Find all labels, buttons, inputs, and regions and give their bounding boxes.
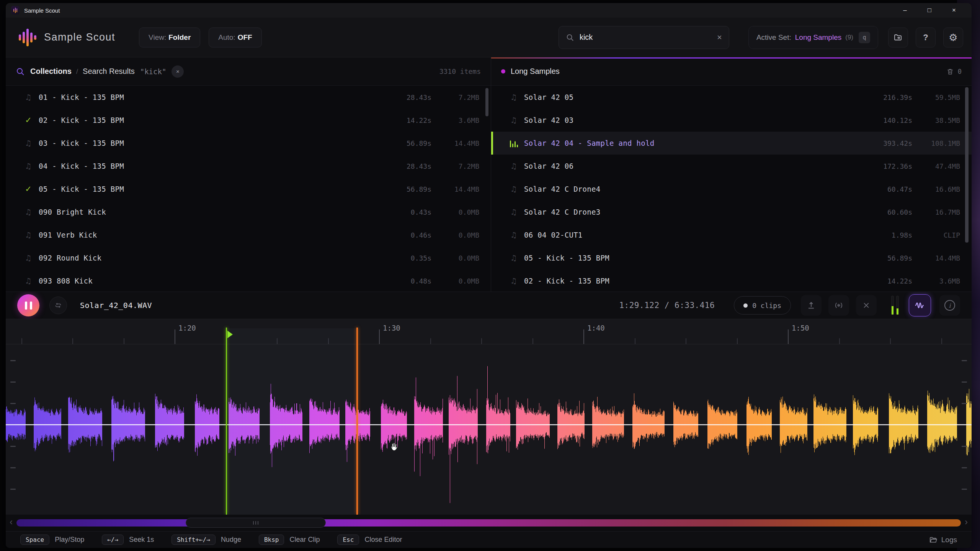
- sample-duration: 216.39s: [861, 93, 912, 101]
- list-item[interactable]: ✓05 - Kick - 135 BPM56.89s14.4MB: [6, 178, 491, 201]
- sample-duration: 56.89s: [380, 139, 431, 147]
- sample-name: 02 - Kick - 135 BPM: [39, 116, 380, 124]
- ruler-minor-tick: [890, 338, 891, 344]
- collections-panel-header: Collections / Search Results "kick" × 33…: [6, 57, 491, 86]
- music-note-icon: ♫: [508, 116, 519, 125]
- sample-duration: 28.43s: [380, 93, 431, 101]
- info-icon: i: [944, 300, 955, 311]
- scroll-right-chevron-icon[interactable]: ›: [962, 517, 971, 527]
- list-item[interactable]: ♫093 808 Kick0.48s0.0MB: [6, 269, 491, 292]
- broadcast-button[interactable]: [828, 295, 849, 316]
- collections-panel: Collections / Search Results "kick" × 33…: [6, 57, 491, 292]
- loop-button[interactable]: [49, 297, 67, 314]
- list-item[interactable]: ✓02 - Kick - 135 BPM14.22s3.6MB: [6, 109, 491, 132]
- search-box[interactable]: ×: [559, 26, 729, 49]
- right-scrollbar-thumb[interactable]: [965, 87, 969, 243]
- left-scrollbar-thumb[interactable]: [485, 88, 488, 116]
- timeline-ruler[interactable]: 1:201:301:401:50: [6, 319, 972, 344]
- list-item[interactable]: ♫02 - Kick - 135 BPM14.22s3.6MB: [491, 269, 972, 292]
- waveform-editor[interactable]: 1:201:301:401:50: [6, 319, 972, 515]
- sample-name: 091 Verb Kick: [39, 231, 380, 239]
- list-item[interactable]: ♫090 Bright Kick0.43s0.0MB: [6, 201, 491, 223]
- clear-search-button[interactable]: ×: [172, 65, 184, 78]
- maximize-button[interactable]: □: [917, 3, 942, 18]
- list-item[interactable]: ♫04 - Kick - 135 BPM28.43s7.2MB: [6, 155, 491, 178]
- music-note-icon: ♫: [508, 276, 519, 285]
- list-item[interactable]: ♫Solar_42_C_Drone360.60s16.7MB: [491, 201, 972, 223]
- app-logo-icon: [11, 6, 20, 15]
- search-results-list: ♫01 - Kick - 135 BPM28.43s7.2MB✓02 - Kic…: [6, 86, 491, 292]
- sample-size: CLIP: [912, 231, 960, 239]
- close-player-button[interactable]: [856, 295, 877, 316]
- sample-name: Solar_42_04 - Sample and hold: [524, 139, 861, 147]
- sample-size: 0.0MB: [431, 277, 479, 285]
- export-folder-button[interactable]: [888, 28, 908, 47]
- active-set-selector[interactable]: Active Set: Long Samples (9) q: [748, 26, 878, 49]
- list-item[interactable]: ♫01 - Kick - 135 BPM28.43s7.2MB: [6, 86, 491, 109]
- gear-icon: ⚙: [949, 32, 957, 43]
- info-button[interactable]: i: [939, 295, 960, 316]
- clip-start-handle-icon[interactable]: [227, 331, 233, 338]
- list-item[interactable]: ♫Solar_42_C_Drone460.47s16.6MB: [491, 178, 972, 201]
- equalizer-playing-icon: [508, 139, 519, 147]
- active-set-count: (9): [845, 34, 853, 41]
- scroll-left-chevron-icon[interactable]: ‹: [7, 517, 16, 527]
- trash-count: 0: [958, 68, 962, 75]
- clips-label: 0 clips: [752, 302, 781, 310]
- minimap-track[interactable]: [16, 519, 961, 527]
- list-item[interactable]: ♫091 Verb Kick0.46s0.0MB: [6, 223, 491, 246]
- music-note-icon: ♫: [23, 230, 34, 240]
- ruler-major-tick: [583, 329, 584, 344]
- search-input[interactable]: [580, 33, 717, 42]
- help-icon: ?: [923, 33, 928, 42]
- logs-button[interactable]: Logs: [929, 536, 957, 544]
- list-item[interactable]: ♫Solar_42_06172.36s47.4MB: [491, 155, 972, 178]
- ruler-minor-tick: [839, 338, 840, 344]
- help-button[interactable]: ?: [916, 28, 936, 47]
- ruler-minor-tick: [124, 338, 124, 344]
- sample-name: Solar_42_06: [524, 162, 861, 170]
- list-item[interactable]: ♫06_04_02-CUT11.98sCLIP: [491, 223, 972, 246]
- sample-duration: 56.89s: [380, 185, 431, 193]
- breadcrumb-root[interactable]: Collections: [30, 67, 72, 76]
- list-item[interactable]: ♫03 - Kick - 135 BPM56.89s14.4MB: [6, 132, 491, 155]
- shortcut-hint: BkspClear Clip: [259, 535, 320, 545]
- waveform-canvas[interactable]: [6, 344, 972, 515]
- ruler-minor-tick: [72, 338, 73, 344]
- amplitude-tick: [962, 403, 967, 404]
- list-item[interactable]: ♫Solar_42_03140.12s38.5MB: [491, 109, 972, 132]
- minimap-thumb[interactable]: [186, 518, 326, 528]
- shortcut-action: Seek 1s: [129, 536, 154, 544]
- sample-name: 03 - Kick - 135 BPM: [39, 139, 380, 147]
- search-clear-icon[interactable]: ×: [717, 33, 722, 42]
- export-clip-button[interactable]: [801, 295, 822, 316]
- trash-button[interactable]: 0: [946, 68, 962, 75]
- waveform-editor-toggle[interactable]: [909, 294, 931, 316]
- music-note-icon: ♫: [23, 207, 34, 217]
- ruler-major-tick: [788, 329, 789, 344]
- minimize-button[interactable]: –: [893, 3, 917, 18]
- keycap: Bksp: [259, 535, 284, 545]
- settings-button[interactable]: ⚙: [943, 28, 963, 47]
- sample-duration: 0.43s: [380, 208, 431, 216]
- list-item[interactable]: ♫092 Round Kick0.35s0.0MB: [6, 246, 491, 269]
- keycap: Space: [20, 535, 49, 545]
- clip-start-playhead[interactable]: [226, 328, 227, 515]
- pause-button[interactable]: [17, 294, 39, 316]
- ruler-minor-tick: [686, 338, 686, 344]
- sample-duration: 56.89s: [861, 254, 912, 262]
- playback-position-playhead[interactable]: [356, 328, 358, 515]
- app-name: Sample Scout: [44, 31, 115, 43]
- auto-mode-button[interactable]: Auto:OFF: [209, 28, 261, 47]
- sample-duration: 0.48s: [380, 277, 431, 285]
- sample-size: 16.7MB: [912, 208, 960, 216]
- sample-duration: 14.22s: [861, 277, 912, 285]
- amplitude-tick: [962, 381, 967, 383]
- list-item[interactable]: ♫05 - Kick - 135 BPM56.89s14.4MB: [491, 246, 972, 269]
- app-logo-icon: [19, 27, 36, 48]
- close-button[interactable]: ×: [942, 3, 966, 18]
- list-item[interactable]: ♫Solar_42_05216.39s59.5MB: [491, 86, 972, 109]
- view-mode-button[interactable]: View:Folder: [139, 28, 200, 47]
- list-item[interactable]: Solar_42_04 - Sample and hold393.42s108.…: [491, 132, 972, 155]
- active-set-panel-header: Long Samples 0: [491, 57, 972, 86]
